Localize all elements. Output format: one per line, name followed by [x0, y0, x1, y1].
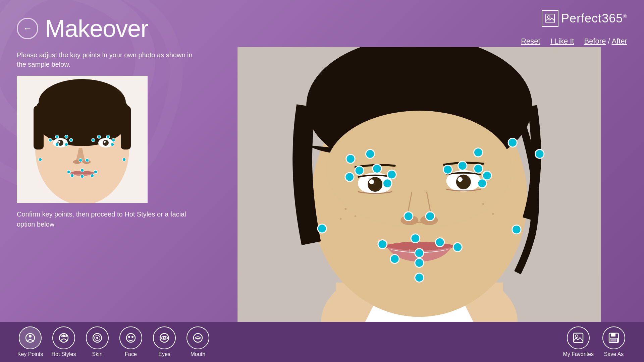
tool-mouth[interactable]: Mouth — [184, 326, 211, 357]
svg-point-18 — [55, 135, 59, 138]
svg-point-82 — [390, 254, 399, 263]
svg-point-80 — [415, 249, 424, 257]
svg-point-72 — [404, 212, 413, 221]
eyes-icon — [153, 326, 176, 349]
svg-point-77 — [411, 234, 420, 243]
i-like-it-link[interactable]: I Like It — [550, 37, 574, 46]
toolbar-left: Key Points Hot Styles — [17, 326, 211, 357]
svg-point-73 — [426, 212, 434, 221]
svg-point-67 — [443, 165, 452, 174]
svg-point-36 — [39, 158, 42, 161]
mouth-label: Mouth — [191, 351, 205, 357]
skin-label: Skin — [92, 351, 102, 357]
svg-point-75 — [512, 225, 521, 234]
svg-point-64 — [373, 164, 381, 173]
svg-point-56 — [492, 213, 494, 215]
svg-point-11 — [58, 141, 60, 143]
svg-point-69 — [474, 164, 483, 173]
logo: Perfect365® — [542, 10, 627, 27]
instruction-secondary: Confirm key points, then proceed to Hot … — [17, 209, 198, 229]
svg-point-49 — [458, 177, 463, 182]
main-content: Please adjust the key points in your own… — [0, 47, 644, 322]
key-points-icon — [19, 326, 42, 349]
svg-point-1 — [547, 16, 550, 18]
bottom-toolbar: Key Points Hot Styles — [0, 322, 644, 362]
back-button[interactable]: ← — [17, 18, 38, 39]
top-actions: Reset I Like It Before / After — [521, 37, 627, 46]
instruction-primary: Please adjust the key points in your own… — [17, 50, 198, 69]
svg-point-85 — [29, 335, 32, 338]
svg-point-19 — [65, 135, 68, 138]
svg-point-8 — [39, 79, 126, 126]
tool-save-as[interactable]: Save As — [600, 326, 627, 357]
svg-point-26 — [112, 138, 115, 142]
tool-key-points[interactable]: Key Points — [17, 326, 44, 357]
slash-separator: / — [608, 37, 612, 45]
svg-point-45 — [368, 177, 382, 192]
svg-point-94 — [128, 336, 130, 338]
svg-point-66 — [383, 179, 392, 188]
svg-point-65 — [387, 170, 396, 179]
left-panel: Please adjust the key points in your own… — [17, 47, 198, 322]
svg-point-59 — [474, 148, 483, 157]
back-arrow-icon: ← — [23, 23, 32, 34]
reset-link[interactable]: Reset — [521, 37, 540, 46]
tool-hot-styles[interactable]: Hot Styles — [50, 326, 77, 357]
tool-my-favorites[interactable]: My Favorites — [563, 326, 594, 357]
before-after-group: Before / After — [584, 37, 627, 46]
sample-image — [17, 76, 148, 203]
svg-point-95 — [131, 336, 133, 338]
svg-point-78 — [435, 238, 444, 247]
svg-point-63 — [355, 166, 364, 175]
svg-point-83 — [415, 273, 424, 282]
svg-point-13 — [103, 140, 109, 146]
svg-point-22 — [55, 143, 59, 146]
svg-point-28 — [79, 159, 82, 162]
tool-eyes[interactable]: Eyes — [151, 326, 178, 357]
svg-point-101 — [575, 335, 578, 338]
svg-point-33 — [80, 175, 84, 178]
save-as-label: Save As — [604, 351, 624, 357]
svg-rect-6 — [34, 106, 44, 149]
after-link[interactable]: After — [612, 37, 627, 45]
svg-point-70 — [483, 171, 491, 180]
svg-point-43 — [326, 111, 513, 228]
svg-point-62 — [345, 173, 354, 181]
svg-point-48 — [456, 175, 471, 189]
logo-name: Perfect365® — [561, 11, 627, 25]
svg-point-68 — [458, 161, 467, 170]
svg-point-30 — [67, 170, 70, 174]
svg-point-74 — [318, 224, 326, 233]
save-as-icon — [602, 326, 625, 349]
svg-point-57 — [346, 155, 355, 163]
svg-point-81 — [415, 258, 424, 267]
svg-point-54 — [340, 218, 342, 220]
svg-point-79 — [453, 243, 462, 251]
svg-point-34 — [70, 174, 74, 177]
svg-point-14 — [104, 141, 106, 143]
eyes-label: Eyes — [158, 351, 170, 357]
svg-rect-100 — [574, 333, 583, 343]
my-favorites-label: My Favorites — [563, 351, 594, 357]
svg-point-55 — [482, 203, 484, 205]
my-favorites-icon — [567, 326, 590, 349]
svg-point-27 — [111, 143, 114, 146]
before-link[interactable]: Before — [584, 37, 606, 45]
svg-point-98 — [164, 337, 165, 339]
main-photo — [211, 47, 627, 322]
svg-point-88 — [61, 335, 63, 337]
svg-point-21 — [65, 143, 68, 146]
svg-point-58 — [366, 149, 374, 158]
svg-point-71 — [478, 179, 486, 188]
hot-styles-icon — [52, 326, 75, 349]
svg-point-60 — [508, 138, 517, 147]
toolbar-right: My Favorites Save As — [563, 326, 627, 357]
svg-point-35 — [91, 174, 94, 177]
svg-rect-103 — [611, 333, 615, 337]
svg-rect-105 — [611, 339, 616, 342]
logo-icon — [542, 10, 558, 27]
tool-face[interactable]: Face — [117, 326, 144, 357]
svg-point-20 — [69, 138, 73, 142]
svg-point-31 — [80, 169, 84, 172]
tool-skin[interactable]: Skin — [84, 326, 111, 357]
